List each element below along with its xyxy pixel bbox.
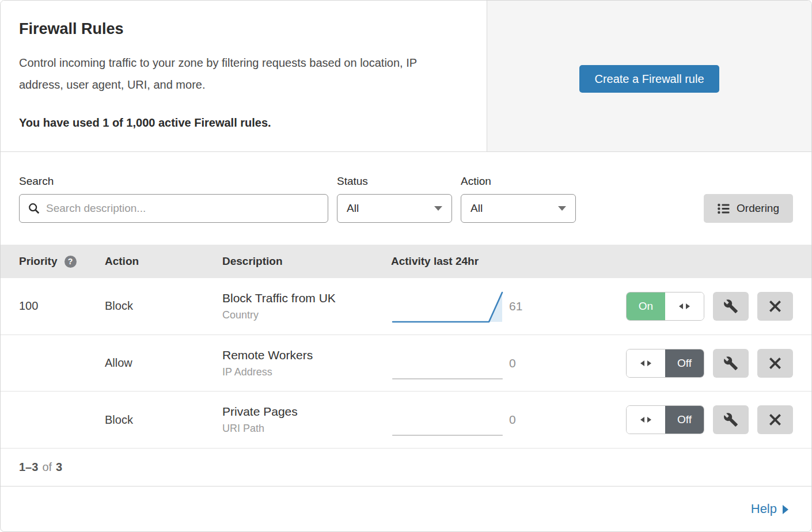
wrench-icon	[723, 299, 738, 314]
action-select[interactable]: All	[461, 194, 576, 223]
edit-rule-button[interactable]	[713, 292, 749, 321]
status-select[interactable]: All	[337, 194, 452, 223]
help-link[interactable]: Help	[751, 501, 788, 516]
description-column-header: Description	[222, 255, 391, 268]
priority-help-icon[interactable]: ?	[64, 256, 77, 268]
ordering-button[interactable]: Ordering	[704, 194, 793, 223]
filter-bar: Search Status All Action All	[1, 152, 811, 245]
close-icon	[769, 413, 781, 426]
table-row: Block Private Pages URI Path 0 Off	[1, 392, 811, 449]
pagination-of: of	[42, 461, 52, 474]
pagination-total: 3	[56, 461, 62, 474]
priority-header-label: Priority	[19, 255, 58, 268]
pagination-bar: 1–3 of 3	[1, 449, 811, 486]
wrench-icon	[723, 356, 738, 371]
status-filter-group: Status All	[337, 175, 452, 245]
status-selected-value: All	[347, 202, 359, 215]
ordering-list-icon	[718, 203, 730, 214]
right-triangle-icon	[783, 505, 788, 514]
edit-rule-button[interactable]	[713, 349, 749, 378]
delete-rule-button[interactable]	[757, 405, 793, 434]
page-title: Firewall Rules	[19, 20, 464, 38]
rule-description: Block Traffic from UK	[222, 291, 391, 305]
action-selected-value: All	[470, 202, 483, 215]
action-label: Action	[461, 175, 576, 188]
toggle-handle-icon	[627, 406, 665, 434]
activity-sparkline	[391, 345, 509, 381]
rule-description: Private Pages	[222, 405, 391, 419]
activity-count: 61	[509, 299, 567, 313]
page-description: Control incoming traffic to your zone by…	[19, 52, 462, 96]
action-column-header: Action	[105, 255, 222, 268]
activity-count: 0	[509, 413, 567, 427]
close-icon	[769, 357, 781, 370]
table-row: 100 Block Block Traffic from UK Country …	[1, 278, 811, 335]
activity-sparkline	[391, 288, 509, 324]
header-action-panel: Create a Firewall rule	[487, 1, 811, 151]
chevron-down-icon	[558, 206, 566, 211]
help-link-label: Help	[751, 501, 777, 516]
rule-controls: Off	[567, 349, 811, 378]
priority-column-header: Priority ?	[1, 255, 105, 268]
rule-action: Block	[105, 299, 222, 313]
edit-rule-button[interactable]	[713, 405, 749, 434]
rule-controls: Off	[567, 405, 811, 434]
action-filter-group: Action All	[461, 175, 576, 245]
rule-match-type: URI Path	[222, 423, 391, 435]
rule-enabled-toggle[interactable]: Off	[626, 349, 704, 378]
toggle-handle-icon	[627, 349, 665, 377]
rule-enabled-toggle[interactable]: Off	[626, 405, 704, 434]
activity-column-header: Activity last 24hr	[391, 255, 811, 268]
rule-action: Allow	[105, 356, 222, 370]
usage-note: You have used 1 of 1,000 active Firewall…	[19, 116, 464, 130]
table-header-row: Priority ? Action Description Activity l…	[1, 245, 811, 278]
table-row: Allow Remote Workers IP Address 0 Off	[1, 335, 811, 392]
search-box[interactable]	[19, 194, 328, 223]
create-firewall-rule-button[interactable]: Create a Firewall rule	[579, 65, 719, 93]
rule-description: Remote Workers	[222, 348, 391, 362]
rule-description-cell: Remote Workers IP Address	[222, 348, 391, 378]
search-filter-group: Search	[19, 175, 328, 245]
rule-priority: 100	[1, 299, 105, 313]
help-bar: Help	[1, 486, 811, 531]
rule-description-cell: Block Traffic from UK Country	[222, 291, 391, 321]
activity-count: 0	[509, 356, 567, 370]
delete-rule-button[interactable]	[757, 349, 793, 378]
header-text-block: Firewall Rules Control incoming traffic …	[1, 1, 487, 151]
header-section: Firewall Rules Control incoming traffic …	[1, 1, 811, 152]
search-label: Search	[19, 175, 328, 188]
pagination-range: 1–3	[19, 461, 38, 474]
toggle-on-label: On	[627, 292, 665, 320]
rule-match-type: IP Address	[222, 366, 391, 378]
wrench-icon	[723, 412, 738, 427]
ordering-button-label: Ordering	[737, 202, 779, 215]
status-label: Status	[337, 175, 452, 188]
delete-rule-button[interactable]	[757, 292, 793, 321]
activity-sparkline	[391, 402, 509, 438]
toggle-off-label: Off	[665, 406, 704, 434]
rule-match-type: Country	[222, 309, 391, 321]
search-input[interactable]	[46, 202, 320, 215]
rule-controls: On	[567, 292, 811, 321]
toggle-handle-icon	[665, 292, 704, 320]
chevron-down-icon	[434, 206, 442, 211]
search-icon	[28, 202, 40, 215]
close-icon	[769, 300, 781, 313]
toggle-off-label: Off	[665, 349, 704, 377]
rule-action: Block	[105, 413, 222, 427]
firewall-rules-panel: Firewall Rules Control incoming traffic …	[0, 0, 812, 532]
rule-description-cell: Private Pages URI Path	[222, 405, 391, 435]
rule-enabled-toggle[interactable]: On	[626, 292, 704, 321]
